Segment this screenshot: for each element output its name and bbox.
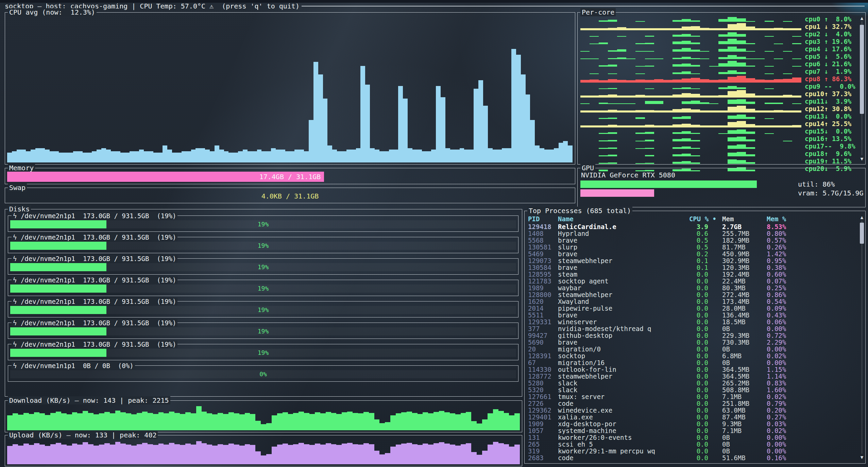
cpu-avg-title: CPU avg (now: 12.3%) — [8, 8, 97, 16]
chart-bar — [131, 414, 137, 430]
chart-bar — [174, 413, 180, 430]
chart-bar — [718, 87, 728, 89]
per-core-scrollbar[interactable]: ▲ ▼ — [860, 15, 864, 161]
chart-bar — [765, 21, 774, 22]
chart-bar — [737, 90, 746, 97]
download-panel: Download (KB/s) — now: 143 | peak: 2215 — [5, 400, 522, 432]
chart-bar — [535, 145, 540, 162]
chart-bar — [673, 88, 682, 89]
chart-bar — [635, 28, 645, 29]
chart-bar — [431, 150, 436, 162]
chart-bar — [765, 96, 774, 97]
chart-bar — [219, 150, 224, 162]
process-pid: 5511 — [528, 312, 558, 318]
chart-bar — [158, 412, 164, 430]
core-row: cpu13↓ 0.0% — [580, 113, 856, 120]
chart-bar — [755, 58, 764, 59]
process-row: 5690brave0.0730.3MB2.29% — [528, 339, 857, 346]
disk-icon: ϟ — [13, 234, 17, 241]
chart-bar — [493, 442, 498, 464]
scrollbar-thumb[interactable] — [860, 25, 864, 114]
process-row: 5280slack0.0265.2MB0.83% — [528, 380, 857, 386]
process-mem-percent: 0.00% — [767, 346, 857, 352]
process-name: migration/0 — [558, 346, 674, 352]
process-mem-percent: 0.80% — [767, 230, 857, 237]
process-mem-percent: 0.27% — [767, 414, 857, 420]
disk-label: /dev/nvme2n1p1 173.0GB / 931.5GB (19%) — [17, 255, 176, 262]
process-mem-percent: 0.09% — [767, 305, 857, 312]
chart-bar — [99, 413, 104, 430]
scroll-up-icon[interactable]: ▲ — [860, 15, 864, 21]
chart-bar — [682, 161, 691, 164]
process-mem: 251.8MB — [716, 400, 767, 407]
chart-bar — [654, 101, 663, 104]
chart-bar — [608, 50, 617, 52]
process-row: 128595steam0.0192.4MB0.60% — [528, 271, 857, 278]
chart-bar — [746, 58, 755, 59]
disk-icon: ϟ — [13, 212, 17, 220]
scroll-down-icon[interactable]: ▼ — [860, 156, 864, 161]
scrollbar-thumb[interactable] — [860, 223, 864, 244]
chart-bar — [728, 116, 737, 119]
titlebar: socktop — host: cachyos-gaming | CPU Tem… — [5, 1, 865, 11]
chart-bar — [320, 413, 326, 430]
chart-bar — [502, 148, 507, 162]
core-label: cpu3 ↑ 19.6% — [805, 38, 856, 45]
process-mem: 265.2MB — [716, 380, 767, 386]
chart-bar — [682, 124, 691, 126]
chart-bar — [654, 96, 663, 97]
chart-bar — [635, 117, 645, 119]
process-cpu: 0.0 — [674, 366, 716, 373]
processes-scrollbar[interactable]: ▲ ▼ — [860, 214, 864, 460]
disk-icon: ϟ — [13, 276, 17, 284]
chart-bar — [755, 80, 764, 82]
disk-item: ϟ /dev/nvme2n1p1 173.0GB / 931.5GB (19%)… — [8, 280, 518, 296]
chart-bar — [39, 445, 45, 464]
process-row: 5511brave0.0136.4MB0.43% — [528, 312, 857, 318]
scroll-up-icon[interactable]: ▲ — [860, 214, 864, 220]
process-cpu: 3.9 — [674, 223, 716, 230]
process-mem-percent: 0.20% — [767, 407, 857, 414]
chart-bar — [617, 96, 626, 97]
chart-bar — [326, 443, 331, 464]
chart-bar — [471, 452, 477, 464]
per-core-list: cpu0 ↑ 8.0%cpu1 ↓ 32.7%cpu2 ↓ 4.0%cpu3 ↑… — [580, 15, 856, 162]
process-cpu: 0.0 — [674, 271, 716, 278]
chart-bar — [783, 51, 792, 52]
chart-bar — [728, 130, 737, 134]
process-name: steamwebhelper — [558, 373, 674, 380]
col-cpu[interactable]: CPU % • — [674, 215, 716, 223]
core-label: cpu7 ↓ 1.9% — [805, 68, 856, 75]
col-name: Name — [558, 215, 674, 223]
process-mem: 182.9MB — [716, 237, 767, 244]
process-mem: 22.4MB — [716, 278, 767, 284]
chart-bar — [271, 148, 276, 162]
process-mem-percent: 8.53% — [767, 223, 857, 230]
chart-bar — [73, 151, 78, 162]
chart-bar — [635, 148, 645, 149]
process-name: brave — [558, 312, 674, 318]
process-row: 99427github-desktop0.0229.3MB0.72% — [528, 332, 857, 339]
chart-bar — [493, 150, 497, 162]
chart-bar — [718, 28, 728, 29]
chart-bar — [737, 76, 746, 82]
chart-bar — [261, 151, 266, 162]
chart-bar — [266, 151, 271, 162]
chart-bar — [765, 103, 774, 104]
scrollbar-track[interactable] — [861, 221, 863, 454]
process-cpu: 0.0 — [674, 400, 716, 407]
process-pid: 265 — [528, 441, 558, 448]
core-row: cpu9 -- 0.0% — [580, 83, 856, 90]
upload-title: Upload (KB/s) — now: 133 | peak: 402 — [8, 431, 158, 439]
process-mem-percent: 0.72% — [767, 332, 857, 339]
process-row: 128772steamwebhelper0.0364.5MB1.14% — [528, 373, 857, 380]
process-mem-percent: 1.60% — [767, 386, 857, 393]
chart-bar — [608, 88, 617, 89]
chart-bar — [746, 78, 755, 82]
disk-gauge-label: 19% — [10, 306, 516, 314]
chart-bar — [318, 74, 323, 162]
chart-bar — [412, 444, 418, 464]
scroll-down-icon[interactable]: ▼ — [860, 454, 864, 460]
process-name: brave — [558, 237, 674, 244]
chart-bar — [755, 125, 764, 126]
